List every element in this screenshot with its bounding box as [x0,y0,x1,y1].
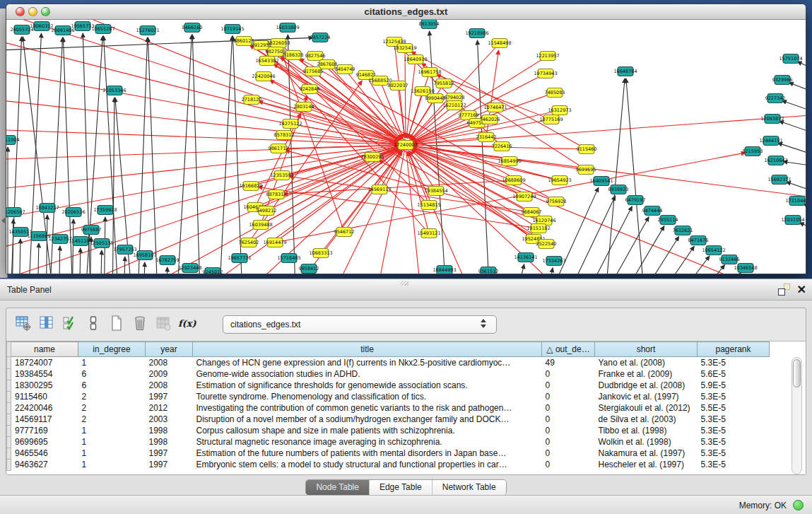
table-cell[interactable]: Genome-wide association studies in ADHD. [193,368,542,380]
graph-node[interactable]: 9756928 [546,197,567,206]
table-cell[interactable]: 1 [78,459,146,470]
select-columns-button[interactable] [37,315,57,334]
graph-node[interactable]: 15276021 [136,26,159,35]
close-panel-button[interactable]: ✕ [797,284,806,296]
table-cell[interactable]: 1 [78,436,146,448]
graph-node[interactable]: 16844993 [433,266,456,274]
graph-node[interactable]: 8471676 [688,236,709,245]
table-row[interactable]: 946554611997Estimation of the future num… [7,448,770,459]
table-cell[interactable]: 5.3E-5 [698,391,770,402]
graph-node[interactable]: 25206597 [6,208,25,217]
graph-node[interactable]: 8215953 [743,147,763,156]
table-row[interactable]: 969969511998Structural magnetic resonanc… [7,436,770,448]
function-builder-button[interactable]: f(x) [177,315,196,334]
table-cell[interactable]: Jankovic et al. (1997) [595,391,698,402]
table-cell[interactable]: 14569117 [11,414,78,425]
column-header-year[interactable]: year [146,342,193,357]
table-cell[interactable]: 1 [78,357,146,369]
table-row[interactable]: 1830029562008Estimation of significance … [7,380,770,391]
table-cell[interactable]: 5.3E-5 [698,448,770,459]
graph-node[interactable]: 9361512 [478,267,499,274]
graph-node[interactable]: 20206536 [61,208,85,217]
table-cell[interactable]: 2008 [146,357,193,369]
new-column-button[interactable] [107,315,126,334]
graph-node[interactable]: 7955812 [434,79,454,88]
graph-node[interactable]: 2718120 [242,95,262,105]
table-cell[interactable]: Changes of HCN gene expression and I(f) … [193,357,542,369]
table-cell[interactable]: 0 [542,459,595,470]
graph-node[interactable]: 16210643 [764,156,787,165]
table-cell[interactable]: 5.3E-5 [698,425,770,436]
table-cell[interactable]: 5.3E-5 [698,459,770,470]
graph-node[interactable]: 18775169 [539,115,563,124]
table-scrollbar[interactable] [792,357,802,474]
graph-node[interactable]: 16854990 [498,157,521,166]
graph-node[interactable]: 9132466 [719,255,740,264]
table-row[interactable]: 977716911998Corpus callosum shape and si… [7,425,770,436]
table-row[interactable]: 1456911722003Disruption of a novel membe… [7,414,770,425]
table-cell[interactable]: Embryonic stem cells: a model to study s… [193,459,542,470]
table-cell[interactable]: 22420046 [11,402,78,414]
table-cell[interactable]: 2012 [146,402,193,414]
table-cell[interactable]: 2 [78,391,146,402]
graph-node[interactable]: 12505135 [90,239,113,248]
column-header-pagerank[interactable]: pagerank [698,342,770,357]
table-cell[interactable]: 2009 [146,368,193,380]
graph-node[interactable]: 15493121 [417,229,440,238]
table-cell[interactable]: 9777169 [11,425,78,436]
graph-node[interactable]: 12923448 [178,264,201,273]
delete-column-button[interactable] [130,315,150,334]
table-selector-dropdown[interactable]: citations_edges.txt [223,315,497,334]
graph-node[interactable]: 8990448 [425,94,446,103]
table-cell[interactable]: 9463627 [11,459,78,470]
table-cell[interactable]: 2003 [146,414,193,425]
graph-node[interactable]: 18640910 [404,55,427,64]
table-cell[interactable]: 2 [78,402,146,414]
table-cell[interactable]: Franke et al. (2009) [595,368,698,380]
table-row[interactable]: 946362711997Embryonic stem cells: a mode… [7,459,770,470]
table-cell[interactable]: Yano et al. (2008) [595,357,698,369]
table-cell[interactable]: Stergiakouli et al. (2012) [595,402,698,414]
table-cell[interactable]: Estimation of the future numbers of pati… [193,448,542,459]
graph-node[interactable]: 10346548 [734,264,757,273]
table-cell[interactable]: Tibbo et al. (1998) [595,425,698,436]
table-cell[interactable]: 9465546 [11,448,78,459]
graph-node[interactable]: 9975887 [81,226,102,235]
table-cell[interactable]: 6 [78,380,146,391]
table-cell[interactable]: de Silva et al. (2003) [595,414,698,425]
table-cell[interactable]: 1997 [146,448,193,459]
table-cell[interactable]: 1998 [146,436,193,448]
split-pane-grip[interactable] [400,281,408,286]
graph-node[interactable]: 17334263 [542,257,565,266]
column-header-out-de-[interactable]: △ out_de… [542,342,595,357]
table-cell[interactable]: 0 [542,380,595,391]
graph-node[interactable]: 19384554 [424,187,447,196]
table-cell[interactable]: 0 [542,368,595,380]
graph-node[interactable]: 15692371 [767,175,791,185]
graph-node[interactable]: 9329966 [772,76,793,85]
graph-node[interactable]: 9827546 [305,52,326,61]
graph-node[interactable]: 6479197 [625,196,646,205]
table-row[interactable]: 2242004622012Investigating the contribut… [7,402,770,414]
column-checks-button[interactable] [60,315,80,334]
graph-node[interactable]: 2522540 [536,240,557,249]
table-cell[interactable]: 1997 [146,459,193,470]
table-cell[interactable]: 18300295 [11,380,78,391]
table-cell[interactable]: Structural magnetic resonance image aver… [193,436,542,448]
graph-node[interactable]: 9684067 [522,208,542,217]
table-scrollbar-thumb[interactable] [793,359,801,387]
tab-edge-table[interactable]: Edge Table [369,480,432,495]
column-header-in-degree[interactable]: in_degree [78,342,146,357]
graph-node[interactable]: 9242848 [300,85,320,94]
graph-node[interactable]: 7857224 [310,33,331,42]
table-cell[interactable]: 6 [78,368,146,380]
graph-node[interactable]: 5498212 [257,206,277,216]
graph-node[interactable]: 2935114 [658,216,678,225]
graph-node[interactable]: 18907249 [512,192,536,201]
graph-node[interactable]: 9861712 [269,144,289,153]
graph-node[interactable]: 7485083 [545,88,565,98]
window-titlebar[interactable]: citations_edges.txt [6,4,806,20]
graph-node[interactable]: 12444151 [759,136,782,146]
graph-node[interactable]: 21053346 [102,86,126,95]
graph-node[interactable]: 8186328 [283,51,304,60]
